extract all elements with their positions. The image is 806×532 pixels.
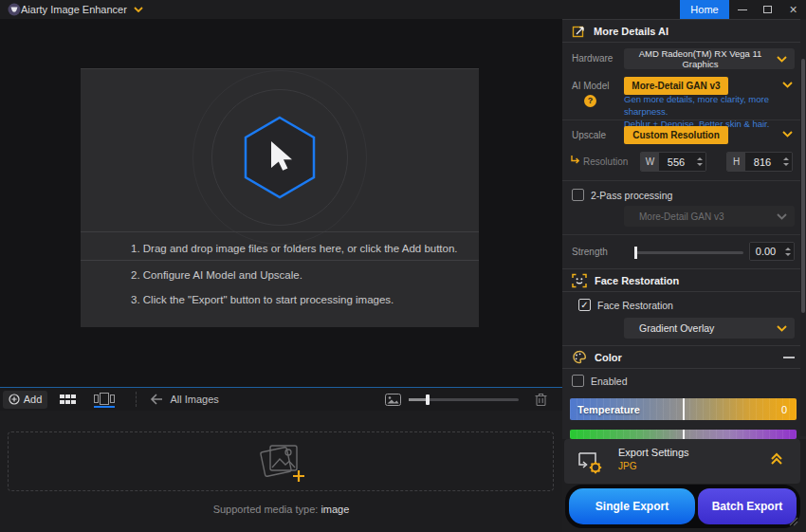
export-settings-panel[interactable]: Export Settings JPG [564,439,800,484]
workspace-area: 1. Drag and drop image files or folders … [0,19,562,532]
app-title: Aiarty Image Enhancer [21,4,127,15]
app-window: Aiarty Image Enhancer Home × 1. Drag and… [0,0,806,532]
titlebar: Aiarty Image Enhancer Home × [0,0,806,19]
color-enabled-label: Enabled [591,376,628,387]
face-restoration-enable-label: Face Restoration [597,300,673,311]
instruction-step-2: 2. Configure AI Model and Upscale. [131,269,302,281]
app-menu-chevron-icon[interactable] [134,7,143,12]
strength-label: Strength [572,247,608,257]
width-value[interactable]: 556 [659,153,693,171]
batch-export-button[interactable]: Batch Export [698,488,797,524]
thumbnail-zoom-slider[interactable] [409,398,519,401]
section-face-restoration: Face Restoration [562,268,806,292]
color-enabled-checkbox[interactable] [572,375,584,387]
minimize-button[interactable] [729,0,755,19]
more-details-icon [572,24,586,38]
active-view-underline [94,406,115,408]
tint-slider-handle[interactable] [683,430,685,439]
supported-media-label: Supported media type: [213,504,319,515]
close-button[interactable]: × [780,0,806,19]
all-images-filter[interactable]: All Images [171,394,219,405]
upscale-label: Upscale [572,130,606,140]
two-pass-model-value: More-Detail GAN v3 [624,211,777,222]
two-pass-checkbox[interactable] [572,189,584,201]
single-export-button[interactable]: Single Export [569,488,695,524]
export-settings-title: Export Settings [618,447,689,458]
face-restoration-checkbox[interactable]: ✓ [578,299,591,311]
resolution-label: Resolution [583,156,628,167]
temperature-value: 0 [781,398,787,420]
sub-setting-arrow-icon [570,155,580,165]
list-view-icon [94,393,115,405]
height-stepper[interactable] [779,153,792,171]
width-spinner[interactable]: W 556 [640,152,706,172]
hardware-select[interactable]: AMD Radeon(TM) RX Vega 11 Graphics [624,48,795,69]
upscale-chevron-icon[interactable] [782,131,793,138]
minimize-icon [738,9,747,10]
resize-grip-icon[interactable] [787,515,798,526]
face-restoration-mode-value: Gradient Overlay [624,322,777,334]
temperature-slider[interactable]: Temperature 0 [570,398,797,420]
strength-slider-handle[interactable] [634,247,637,259]
panel-scrollbar[interactable] [800,19,806,436]
help-icon[interactable]: ? [584,95,596,107]
home-button[interactable]: Home [680,0,729,19]
maximize-button[interactable] [755,0,780,19]
trash-icon[interactable] [535,393,547,406]
section-title: More Details AI [594,26,669,37]
color-palette-icon [572,350,587,364]
slider-filled-track [409,398,428,401]
add-images-icon [257,440,306,486]
collapse-section-button[interactable] [783,357,795,358]
scrollbar-thumb[interactable] [801,59,805,313]
maximize-icon [763,6,772,13]
height-value[interactable]: 816 [745,153,779,171]
strength-spinner[interactable]: 0.00 [749,242,795,261]
width-stepper[interactable] [693,153,705,171]
add-button[interactable]: Add [3,391,47,409]
supported-media-value: image [321,504,349,515]
instruction-step-1: 1. Drag and drop image files or folders … [131,243,458,254]
image-drop-zone[interactable]: 1. Drag and drop image files or folders … [81,68,479,327]
export-buttons-container: Single Export Batch Export [565,485,800,528]
toolbar-separator [136,392,137,407]
thumbnail-size-icon[interactable] [385,394,401,406]
export-settings-icon [577,448,605,475]
face-restoration-icon [572,273,587,288]
add-plus-icon [9,394,20,405]
export-format-value: JPG [618,461,636,471]
list-view-button[interactable] [94,392,115,408]
tint-slider[interactable] [570,430,797,439]
import-drop-target[interactable] [8,431,554,491]
app-logo-icon [8,3,21,16]
export-drawer: Export Settings JPG Single Export Batch … [562,439,806,532]
import-strip: Supported media type: image [0,411,562,532]
back-arrow-icon[interactable] [150,394,163,405]
collapse-drawer-icon[interactable] [770,452,783,466]
divider [562,234,806,235]
strength-slider[interactable] [635,251,743,254]
add-button-label: Add [24,394,43,405]
face-restoration-mode-select[interactable]: Gradient Overlay [624,318,795,339]
cursor-hexagon-icon [242,115,318,200]
ai-model-label: AI Model [572,81,609,91]
section-title: Color [595,352,622,363]
strength-stepper[interactable] [781,243,794,260]
instruction-step-3: 3. Click the "Export" button to start pr… [131,294,394,305]
divider [81,260,479,261]
temperature-slider-handle[interactable] [683,398,685,420]
ai-model-description-line1: Gen more details, more clarity, more sha… [624,93,797,118]
supported-media-text: Supported media type: image [0,504,562,515]
hardware-label: Hardware [572,53,613,64]
section-title: Face Restoration [595,275,679,286]
strength-value[interactable]: 0.00 [750,243,781,260]
height-spinner[interactable]: H 816 [726,152,793,172]
settings-panel: More Details AI Hardware AMD Radeon(TM) … [562,19,806,532]
slider-handle[interactable] [426,394,430,405]
ai-model-chevron-icon[interactable] [782,82,793,88]
checkmark-icon: ✓ [580,300,588,310]
upscale-value[interactable]: Custom Resolution [624,126,728,144]
grid-view-button[interactable] [60,394,76,405]
section-color: Color [562,345,806,369]
width-unit-label: W [641,153,659,171]
